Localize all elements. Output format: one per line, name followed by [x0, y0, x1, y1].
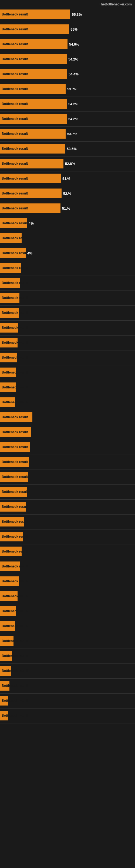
bar: Bottleneck result — [0, 308, 19, 318]
bar-label: Bottleneck result — [2, 42, 28, 46]
bar: Bottleneck result — [0, 561, 20, 571]
bar-value: 4% — [27, 251, 32, 255]
bar-row: Bottleneck result51.% — [0, 172, 135, 186]
bar: Bottleneck result — [0, 711, 8, 720]
bar-label: Bottleneck result — [2, 132, 28, 135]
bar-row: Bottleneck result — [0, 350, 135, 365]
bar-row: Bottleneck result — [0, 574, 135, 588]
bar-label: Bottleneck result — [2, 400, 28, 404]
bar-row: Bottleneck result53.5% — [0, 142, 135, 156]
bar-label: Bottleneck result — [2, 27, 28, 31]
bar-container: Bottleneck result4% — [0, 218, 34, 228]
bar-row: Bottleneck result54.2% — [0, 52, 135, 66]
bar-value: 53.7% — [67, 132, 77, 136]
bar-container: Bottleneck result — [0, 517, 24, 527]
bar-label: Bottleneck result — [2, 550, 28, 553]
bar-container: Bottleneck result — [0, 427, 31, 437]
bar-label: Bottleneck result — [2, 624, 28, 628]
bar-container: Bottleneck result — [0, 666, 11, 676]
bar-row: Bottleneck result53.7% — [0, 82, 135, 96]
bar-label: Bottleneck result — [2, 236, 28, 240]
bar: Bottleneck result — [0, 39, 68, 49]
bar-row: Bottleneck result54.2% — [0, 112, 135, 126]
bar: Bottleneck result — [0, 278, 20, 288]
bar-container: Bottleneck result — [0, 696, 8, 706]
bar: Bottleneck result — [0, 293, 19, 303]
bar: Bottleneck result — [0, 248, 26, 258]
bar: Bottleneck result — [0, 487, 27, 497]
bar-label: Bottleneck result — [2, 57, 28, 61]
bar: Bottleneck result — [0, 218, 27, 228]
bar-value: 55% — [71, 27, 78, 31]
bar-container: Bottleneck result — [0, 591, 17, 601]
bar-label: Bottleneck result — [2, 12, 28, 16]
bar: Bottleneck result — [0, 681, 9, 691]
bar-row: Bottleneck result — [0, 693, 135, 708]
bar-container: Bottleneck result — [0, 293, 19, 303]
bar-value: 51.% — [62, 207, 70, 211]
bar-container: Bottleneck result — [0, 338, 17, 347]
bar-row: Bottleneck result — [0, 395, 135, 409]
bar-value: 54.2% — [68, 102, 78, 106]
bar-value: 53.7% — [67, 87, 77, 91]
bar: Bottleneck result — [0, 591, 17, 601]
bar-label: Bottleneck result — [2, 87, 28, 91]
bar-label: Bottleneck result — [2, 490, 28, 494]
bar-container: Bottleneck result52.8% — [0, 159, 75, 168]
bar-label: Bottleneck result — [2, 162, 28, 165]
bar-row: Bottleneck result — [0, 604, 135, 618]
bar-container: Bottleneck result — [0, 681, 9, 691]
bar-row: Bottleneck result — [0, 589, 135, 603]
bar: Bottleneck result — [0, 99, 67, 109]
bar: Bottleneck result — [0, 129, 65, 138]
bar-row: Bottleneck result — [0, 545, 135, 558]
bar-row: Bottleneck result — [0, 365, 135, 379]
bar-label: Bottleneck result — [2, 594, 28, 598]
bar-container: Bottleneck result — [0, 547, 21, 556]
bar-value: 52.% — [63, 191, 71, 195]
bar-row: Bottleneck result — [0, 276, 135, 290]
bar: Bottleneck result — [0, 457, 29, 467]
bar-container: Bottleneck result51.% — [0, 174, 71, 183]
bar: Bottleneck result — [0, 621, 15, 631]
bar-container: Bottleneck result — [0, 487, 27, 497]
bar-container: Bottleneck result — [0, 457, 29, 467]
bar-row: Bottleneck result52.% — [0, 186, 135, 200]
bar-row: Bottleneck result55% — [0, 22, 135, 36]
bar: Bottleneck result — [0, 323, 18, 333]
bar-container: Bottleneck result55.3% — [0, 9, 82, 19]
bar-label: Bottleneck result — [2, 207, 28, 210]
bar-label: Bottleneck result — [2, 371, 28, 374]
bar-container: Bottleneck result53.7% — [0, 84, 77, 94]
bar-label: Bottleneck result — [2, 579, 28, 583]
bar-row: Bottleneck result — [0, 485, 135, 499]
bar-container: Bottleneck result51.% — [0, 204, 70, 213]
bar-row: Bottleneck result54.6% — [0, 37, 135, 51]
bar-row: Bottleneck result — [0, 709, 135, 723]
bar-value: 55.3% — [72, 12, 82, 17]
bar-row: Bottleneck result — [0, 634, 135, 648]
bar-label: Bottleneck result — [2, 535, 28, 538]
bar-value: 4% — [29, 221, 34, 225]
bar-label: Bottleneck result — [2, 699, 28, 703]
bar-container: Bottleneck result — [0, 397, 15, 407]
bar-value: 54.4% — [69, 72, 79, 76]
bar: Bottleneck result — [0, 547, 21, 556]
bar: Bottleneck result — [0, 442, 30, 452]
bar-row: Bottleneck result — [0, 470, 135, 484]
bar-container: Bottleneck result54.2% — [0, 99, 78, 109]
bar-row: Bottleneck result — [0, 306, 135, 320]
bar: Bottleneck result — [0, 84, 65, 94]
bar: Bottleneck result — [0, 397, 15, 407]
bar-container: Bottleneck result52.% — [0, 188, 71, 198]
bar-label: Bottleneck result — [2, 72, 28, 76]
bar: Bottleneck result — [0, 696, 8, 706]
bar-label: Bottleneck result — [2, 460, 28, 464]
bar-container: Bottleneck result — [0, 368, 16, 377]
bar-value: 54.6% — [69, 42, 79, 46]
bar-row: Bottleneck result — [0, 679, 135, 693]
bar-container: Bottleneck result — [0, 308, 19, 318]
bar: Bottleneck result — [0, 606, 16, 616]
bar-row: Bottleneck result — [0, 440, 135, 454]
bar-value: 54.2% — [68, 57, 78, 61]
